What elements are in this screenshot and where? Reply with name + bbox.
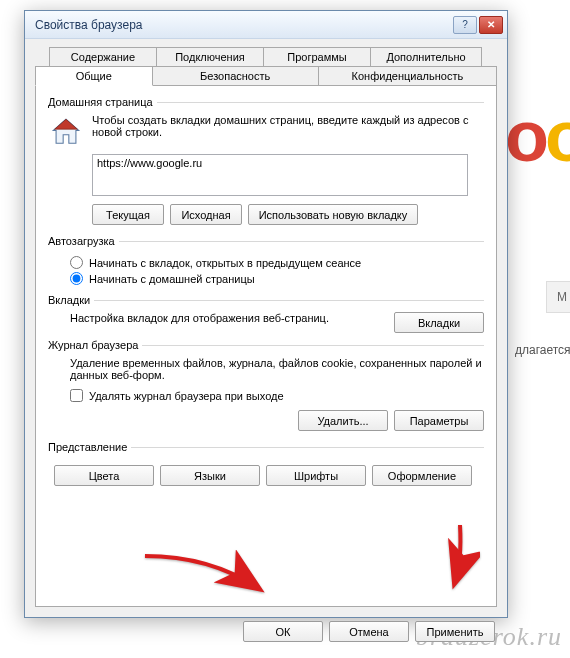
radio-start-home-label: Начинать с домашней страницы (89, 273, 255, 285)
btn-params[interactable]: Параметры (394, 410, 484, 431)
window-title: Свойства браузера (35, 18, 453, 32)
radio-start-tabs-input[interactable] (70, 256, 83, 269)
btn-fonts[interactable]: Шрифты (266, 465, 366, 486)
btn-cancel[interactable]: Отмена (329, 621, 409, 642)
btn-use-newtab[interactable]: Использовать новую вкладку (248, 204, 418, 225)
tab-content[interactable]: Содержание (49, 47, 157, 67)
radio-start-tabs-label: Начинать с вкладок, открытых в предыдуще… (89, 257, 361, 269)
titlebar[interactable]: Свойства браузера ? ✕ (25, 11, 507, 39)
bg-button: М (546, 281, 570, 313)
browser-properties-dialog: Свойства браузера ? ✕ Содержание Подключ… (24, 10, 508, 618)
group-appearance: Представление Цвета Языки Шрифты Оформле… (48, 441, 484, 486)
group-home-legend: Домашняя страница (48, 96, 157, 108)
group-autoload: Автозагрузка Начинать с вкладок, открыты… (48, 235, 484, 288)
btn-colors[interactable]: Цвета (54, 465, 154, 486)
tab-security[interactable]: Безопасность (152, 66, 319, 86)
group-home: Домашняя страница Чтобы создать вкладки … (48, 96, 484, 229)
tab-connections[interactable]: Подключения (156, 47, 264, 67)
close-button[interactable]: ✕ (479, 16, 503, 34)
help-button[interactable]: ? (453, 16, 477, 34)
chk-delete-on-exit-input[interactable] (70, 389, 83, 402)
tab-programs[interactable]: Программы (263, 47, 371, 67)
btn-tabs[interactable]: Вкладки (394, 312, 484, 333)
btn-style[interactable]: Оформление (372, 465, 472, 486)
radio-start-home-input[interactable] (70, 272, 83, 285)
home-desc: Чтобы создать вкладки домашних страниц, … (92, 114, 484, 150)
btn-languages[interactable]: Языки (160, 465, 260, 486)
home-url-textarea[interactable] (92, 154, 468, 196)
bg-google-logo: oog (505, 95, 570, 177)
group-appearance-legend: Представление (48, 441, 131, 453)
tab-advanced[interactable]: Дополнительно (370, 47, 482, 67)
radio-start-home[interactable]: Начинать с домашней страницы (70, 272, 484, 285)
svg-marker-1 (55, 119, 78, 129)
bg-offer-text: длагается (515, 343, 570, 357)
group-tabs-legend: Вкладки (48, 294, 94, 306)
history-desc: Удаление временных файлов, журнала, файл… (70, 357, 484, 381)
chk-delete-on-exit[interactable]: Удалять журнал браузера при выходе (70, 389, 484, 402)
group-tabs: Вкладки Настройка вкладок для отображени… (48, 294, 484, 333)
radio-start-tabs[interactable]: Начинать с вкладок, открытых в предыдуще… (70, 256, 484, 269)
btn-delete[interactable]: Удалить... (298, 410, 388, 431)
group-history: Журнал браузера Удаление временных файло… (48, 339, 484, 435)
btn-ok[interactable]: ОК (243, 621, 323, 642)
btn-apply[interactable]: Применить (415, 621, 495, 642)
tab-general[interactable]: Общие (35, 66, 153, 86)
tab-panel-general: Домашняя страница Чтобы создать вкладки … (35, 85, 497, 607)
group-autoload-legend: Автозагрузка (48, 235, 119, 247)
btn-default[interactable]: Исходная (170, 204, 242, 225)
home-icon (48, 114, 84, 150)
btn-current[interactable]: Текущая (92, 204, 164, 225)
chk-delete-on-exit-label: Удалять журнал браузера при выходе (89, 390, 284, 402)
tab-privacy[interactable]: Конфиденциальность (318, 66, 497, 86)
tabs-desc: Настройка вкладок для отображения веб-ст… (70, 312, 384, 324)
group-history-legend: Журнал браузера (48, 339, 142, 351)
